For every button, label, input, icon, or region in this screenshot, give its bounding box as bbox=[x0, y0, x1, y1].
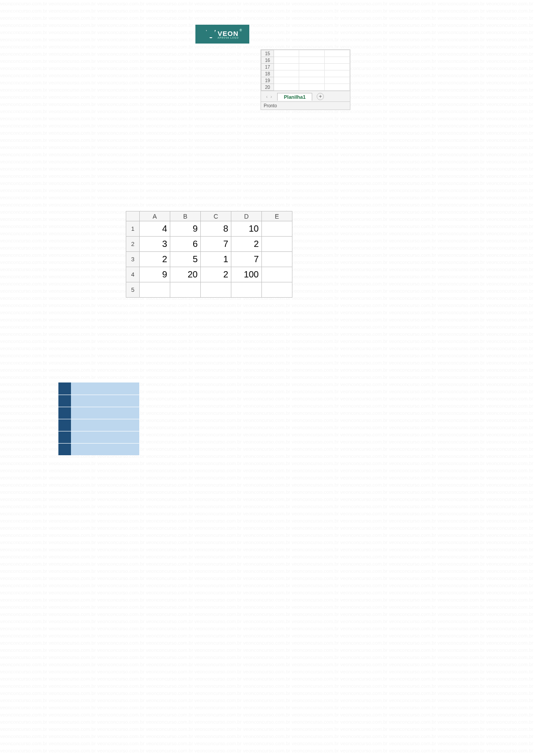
row-header[interactable]: 3 bbox=[126, 252, 140, 267]
cell[interactable] bbox=[262, 221, 292, 237]
table-key-cell bbox=[58, 395, 71, 407]
cell[interactable]: 6 bbox=[170, 237, 201, 252]
cell[interactable]: 7 bbox=[231, 252, 262, 267]
row-header[interactable]: 2 bbox=[126, 237, 140, 252]
status-bar: Pronto bbox=[261, 101, 350, 110]
cell[interactable]: 1 bbox=[201, 252, 231, 267]
cell[interactable]: 9 bbox=[170, 221, 201, 237]
table-value-cell bbox=[71, 395, 139, 407]
cell[interactable] bbox=[274, 70, 299, 77]
table-value-cell bbox=[71, 382, 139, 395]
select-all-corner[interactable] bbox=[126, 211, 140, 221]
logo-text: VEON® APROVA LOGO bbox=[217, 30, 239, 39]
col-header[interactable]: B bbox=[170, 211, 201, 221]
cell[interactable]: 20 bbox=[170, 267, 201, 282]
cell[interactable] bbox=[274, 50, 299, 57]
cell[interactable]: 7 bbox=[201, 237, 231, 252]
sheet-tab-active[interactable]: Planilha1 bbox=[277, 93, 312, 101]
table-key-cell bbox=[58, 431, 71, 443]
cell[interactable]: 8 bbox=[201, 221, 231, 237]
cell[interactable] bbox=[299, 64, 324, 70]
cell[interactable] bbox=[299, 70, 324, 77]
cell[interactable] bbox=[299, 77, 324, 84]
table-value-cell bbox=[71, 407, 139, 419]
chevron-left-icon[interactable]: ‹ bbox=[266, 94, 268, 99]
row-header[interactable]: 20 bbox=[261, 84, 274, 91]
cell[interactable] bbox=[274, 64, 299, 70]
row-header[interactable]: 4 bbox=[126, 267, 140, 282]
cell[interactable] bbox=[170, 282, 201, 298]
row-header[interactable]: 16 bbox=[261, 57, 274, 64]
cell[interactable] bbox=[262, 237, 292, 252]
cell[interactable] bbox=[324, 70, 349, 77]
row-header[interactable]: 5 bbox=[126, 282, 140, 298]
row-header[interactable]: 18 bbox=[261, 70, 274, 77]
spreadsheet-grid: A B C D E 1498102367232517492021005 bbox=[126, 211, 292, 298]
veon-logo: VEON® APROVA LOGO bbox=[195, 25, 249, 44]
cell[interactable] bbox=[274, 77, 299, 84]
col-header[interactable]: E bbox=[262, 211, 292, 221]
cell[interactable] bbox=[262, 252, 292, 267]
triangle-icon bbox=[206, 30, 216, 38]
row-header[interactable]: 1 bbox=[126, 221, 140, 237]
sheet-tab-bar: ‹ › Planilha1 + bbox=[261, 91, 350, 101]
cell[interactable] bbox=[274, 57, 299, 64]
cell[interactable] bbox=[201, 282, 231, 298]
cell[interactable]: 2 bbox=[231, 237, 262, 252]
table-key-cell bbox=[58, 419, 71, 431]
cell[interactable]: 10 bbox=[231, 221, 262, 237]
table-key-cell bbox=[58, 407, 71, 419]
chevron-right-icon[interactable]: › bbox=[270, 94, 272, 99]
cell[interactable] bbox=[299, 57, 324, 64]
cell[interactable] bbox=[140, 282, 170, 298]
row-header[interactable]: 17 bbox=[261, 64, 274, 70]
row-header[interactable]: 15 bbox=[261, 50, 274, 57]
cell[interactable] bbox=[274, 84, 299, 91]
cell[interactable] bbox=[299, 50, 324, 57]
table-key-cell bbox=[58, 443, 71, 455]
styled-table bbox=[58, 382, 139, 455]
mini-grid: 151617181920 bbox=[261, 50, 350, 91]
cell[interactable]: 2 bbox=[140, 252, 170, 267]
cell[interactable] bbox=[299, 84, 324, 91]
cell[interactable] bbox=[324, 77, 349, 84]
cell[interactable] bbox=[324, 50, 349, 57]
cell[interactable]: 9 bbox=[140, 267, 170, 282]
cell[interactable]: 4 bbox=[140, 221, 170, 237]
sheet-tab-area: 151617181920 ‹ › Planilha1 + Pronto bbox=[261, 49, 350, 110]
table-key-cell bbox=[58, 382, 71, 395]
cell[interactable]: 3 bbox=[140, 237, 170, 252]
cell[interactable]: 5 bbox=[170, 252, 201, 267]
cell[interactable] bbox=[231, 282, 262, 298]
cell[interactable]: 2 bbox=[201, 267, 231, 282]
cell[interactable] bbox=[262, 282, 292, 298]
sheet-nav[interactable]: ‹ › bbox=[261, 94, 277, 99]
col-header[interactable]: C bbox=[201, 211, 231, 221]
row-header[interactable]: 19 bbox=[261, 77, 274, 84]
cell[interactable] bbox=[324, 64, 349, 70]
col-header[interactable]: D bbox=[231, 211, 262, 221]
col-header[interactable]: A bbox=[140, 211, 170, 221]
table-value-cell bbox=[71, 443, 139, 455]
table-value-cell bbox=[71, 419, 139, 431]
cell[interactable]: 100 bbox=[231, 267, 262, 282]
cell[interactable] bbox=[324, 84, 349, 91]
cell[interactable] bbox=[262, 267, 292, 282]
table-value-cell bbox=[71, 431, 139, 443]
plus-icon: + bbox=[319, 93, 322, 100]
add-sheet-button[interactable]: + bbox=[317, 93, 324, 100]
cell[interactable] bbox=[324, 57, 349, 64]
